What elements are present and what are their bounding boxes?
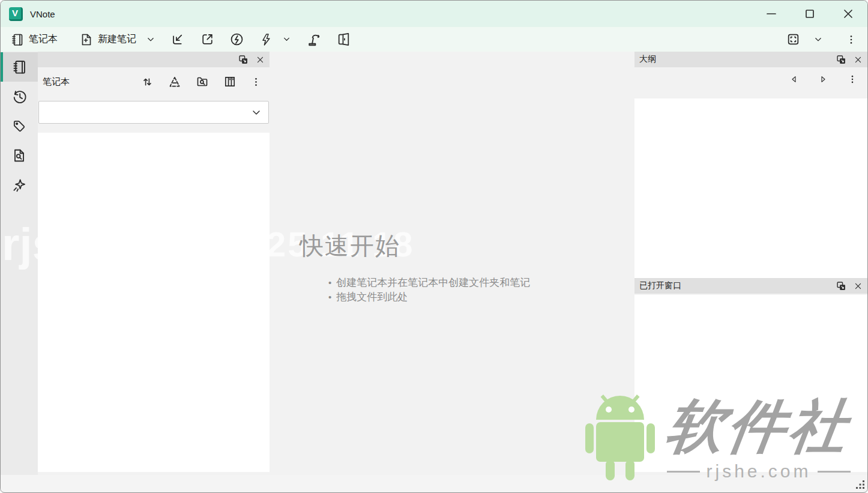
import-notes-button[interactable] [166,29,190,49]
export-button[interactable] [196,29,219,49]
triangle-right-icon[interactable] [818,74,828,84]
quick-start-widget: 快速开始 •创建笔记本并在笔记本中创建文件夹和笔记 •拖拽文件到此处 [300,229,530,304]
view-dropdown-button[interactable] [809,32,828,47]
float-window-icon[interactable] [836,281,846,291]
import-notes-icon [170,32,185,47]
bullet-dot: • [328,290,331,304]
chevron-down-icon [145,34,156,45]
maximize-button[interactable] [791,1,829,27]
kebab-menu-icon [845,34,857,46]
sidebar-item-tags[interactable] [1,111,38,141]
main-toolbar: 笔记本 新建笔记 [1,27,867,52]
export-icon [200,32,215,47]
sort-icon[interactable] [140,75,154,89]
status-bar [1,475,867,492]
float-window-icon[interactable] [238,55,249,65]
new-note-button[interactable]: 新建笔记 [74,30,141,49]
opened-windows-panel-title: 已打开窗口 [639,280,681,291]
chevron-down-icon [250,106,262,118]
activity-bar [1,52,38,475]
task-lamp-icon [306,32,322,47]
list-item: •创建笔记本并在笔记本中创建文件夹和笔记 [328,276,530,290]
minimize-button[interactable] [752,1,791,27]
list-item: •拖拽文件到此处 [328,290,530,304]
notebook-menu-button[interactable]: 笔记本 [5,30,62,49]
new-note-icon [79,32,94,47]
flash-page-button[interactable] [225,29,249,49]
chevron-down-icon [282,34,292,44]
notebook-panel: 笔记本 [38,52,270,475]
quick-start-hint: 拖拽文件到此处 [336,290,408,304]
dock-panel-icon [336,32,351,47]
notebook-menu-label: 笔记本 [29,33,58,46]
vnote-window: V VNote 笔记本 [0,0,868,493]
magic-wand-icon [11,177,27,193]
close-icon[interactable] [854,55,863,64]
float-window-icon[interactable] [836,55,846,65]
snippet-dropdown-button[interactable] [277,32,296,47]
outline-nav-row [634,67,867,91]
tag-icon [11,118,27,134]
bookshelf-icon[interactable] [223,74,237,89]
outline-panel-header: 大纲 [634,52,867,67]
window-title: VNote [30,9,55,19]
notebook-panel-toolbar: 笔记本 [38,67,270,96]
right-dock: 大纲 [634,52,867,475]
outline-panel-title: 大纲 [639,54,656,65]
close-icon[interactable] [256,55,265,64]
opened-windows-content[interactable] [634,295,867,472]
new-note-label: 新建笔记 [98,33,136,46]
history-clock-icon [11,88,28,104]
main-content-area: 快速开始 •创建笔记本并在笔记本中创建文件夹和笔记 •拖拽文件到此处 [270,52,634,475]
opened-windows-panel-header: 已打开窗口 [634,278,867,294]
toggle-docks-button[interactable] [332,29,355,49]
notebook-panel-title: 笔记本 [43,76,70,88]
fullscreen-button[interactable] [782,29,805,49]
resize-grip[interactable] [855,480,865,489]
fullscreen-icon [786,32,801,47]
window-controls [752,1,867,27]
notebook-selector-combobox[interactable] [38,101,269,124]
vnote-logo-icon: V [9,7,23,21]
file-search-icon [11,148,27,163]
quick-start-hint: 创建笔记本并在笔记本中创建文件夹和笔记 [336,276,530,290]
sidebar-item-search[interactable] [1,141,38,170]
sidebar-item-snippets[interactable] [1,170,38,199]
sidebar-item-history[interactable] [1,82,38,111]
kebab-menu-icon[interactable] [250,76,262,88]
notebook-icon [10,32,25,47]
notebook-icon [11,59,28,75]
folder-search-icon[interactable] [195,74,209,89]
bullet-dot: • [328,276,331,290]
title-bar: V VNote [1,1,867,27]
triangle-left-icon[interactable] [789,74,799,84]
chevron-down-icon [813,34,824,45]
snippet-button[interactable] [255,30,277,49]
quick-start-title: 快速开始 [300,229,530,262]
kebab-menu-icon[interactable] [847,74,858,85]
sidebar-item-notebooks[interactable] [1,52,38,82]
flash-circle-icon [229,32,244,47]
notebook-tree[interactable] [38,133,270,472]
outline-content[interactable] [634,98,867,278]
close-button[interactable] [829,1,867,27]
new-note-dropdown-button[interactable] [141,32,160,47]
close-icon[interactable] [854,282,863,291]
task-button[interactable] [302,29,326,50]
notebook-panel-header [38,52,270,67]
quick-start-list: •创建笔记本并在笔记本中创建文件夹和笔记 •拖拽文件到此处 [328,276,530,304]
main-menu-button[interactable] [841,31,861,48]
scan-a-icon[interactable] [167,74,182,89]
snippet-lightning-icon [259,32,273,47]
